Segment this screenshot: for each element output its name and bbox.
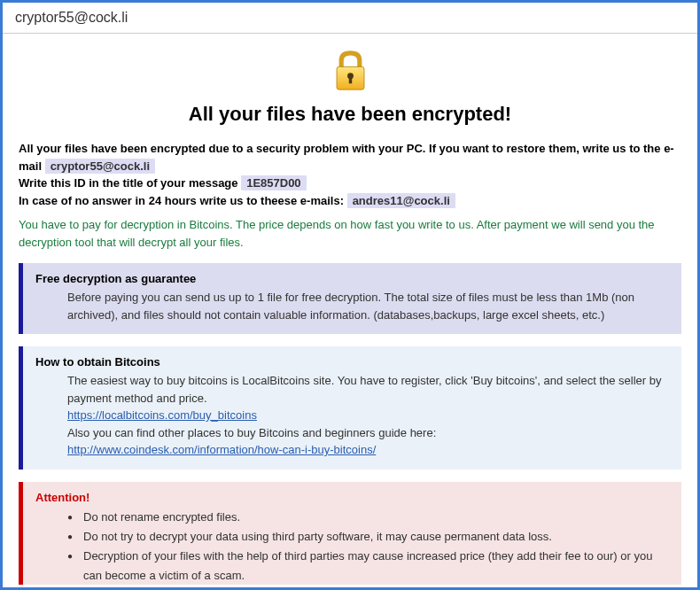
- attention-section: Attention! Do not rename encrypted files…: [19, 482, 681, 586]
- guarantee-title: Free decryption as guarantee: [35, 272, 671, 285]
- intro-text: All your files have been encrypted due t…: [19, 140, 681, 209]
- attention-item: Decryption of your files with the help o…: [67, 547, 671, 585]
- obtain-title: How to obtain Bitcoins: [35, 355, 671, 369]
- lock-icon: [326, 47, 375, 96]
- obtain-body: The easiest way to buy bitcoins is Local…: [35, 372, 671, 459]
- intro-line2: Write this ID in the title of your messa…: [19, 176, 238, 190]
- guarantee-section: Free decryption as guarantee Before payi…: [19, 263, 681, 334]
- main-heading: All your files have been encrypted!: [19, 103, 681, 126]
- obtain-text2: Also you can find other places to buy Bi…: [67, 426, 436, 439]
- svg-rect-2: [348, 77, 351, 83]
- primary-email: cryptor55@cock.li: [45, 159, 155, 174]
- attention-item: Do not try to decrypt your data using th…: [67, 527, 671, 547]
- localbitcoins-link[interactable]: https://localbitcoins.com/buy_bitcoins: [67, 408, 257, 422]
- window-title: cryptor55@cock.li: [15, 10, 128, 25]
- attention-title: Attention!: [35, 491, 671, 504]
- attention-item: Do not rename encrypted files.: [67, 508, 671, 527]
- payment-note: You have to pay for decryption in Bitcoi…: [19, 216, 681, 251]
- guarantee-body: Before paying you can send us up to 1 fi…: [35, 289, 671, 323]
- secondary-email: andres11@cock.li: [347, 193, 455, 208]
- window-title-bar: cryptor55@cock.li: [3, 3, 697, 34]
- attention-list: Do not rename encrypted files. Do not tr…: [35, 508, 671, 586]
- obtain-text1: The easiest way to buy bitcoins is Local…: [67, 374, 661, 405]
- content-area[interactable]: All your files have been encrypted! All …: [3, 34, 697, 585]
- coindesk-link[interactable]: http://www.coindesk.com/information/how-…: [67, 443, 376, 456]
- intro-line3: In case of no answer in 24 hours write u…: [19, 194, 344, 207]
- obtain-section: How to obtain Bitcoins The easiest way t…: [19, 346, 681, 470]
- victim-id: 1E857D00: [241, 175, 306, 190]
